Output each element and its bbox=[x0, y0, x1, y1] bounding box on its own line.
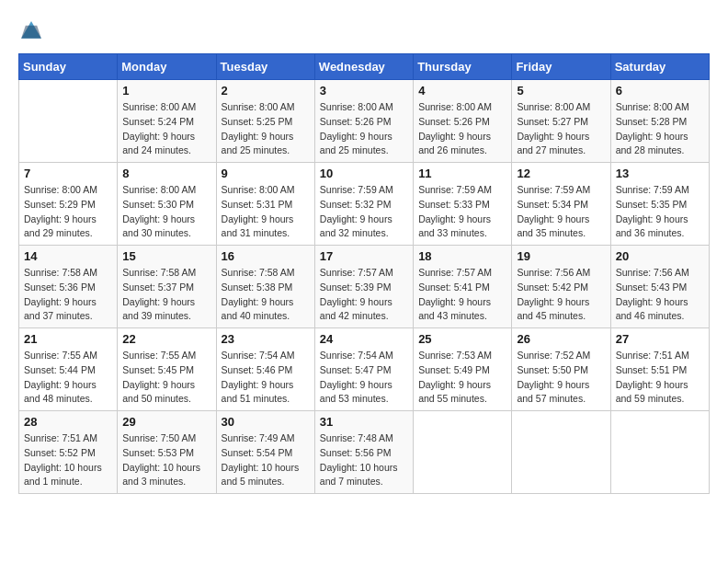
calendar-cell: 30Sunrise: 7:49 AMSunset: 5:54 PMDayligh… bbox=[216, 411, 314, 494]
day-number: 27 bbox=[616, 332, 704, 346]
calendar-cell: 19Sunrise: 7:56 AMSunset: 5:42 PMDayligh… bbox=[512, 246, 610, 328]
calendar-cell: 18Sunrise: 7:57 AMSunset: 5:41 PMDayligh… bbox=[414, 246, 512, 328]
calendar-cell bbox=[19, 80, 118, 163]
day-detail: Sunrise: 8:00 AMSunset: 5:26 PMDaylight:… bbox=[418, 100, 506, 158]
day-detail: Sunrise: 7:58 AMSunset: 5:37 PMDaylight:… bbox=[122, 266, 210, 324]
day-detail: Sunrise: 8:00 AMSunset: 5:25 PMDaylight:… bbox=[222, 100, 310, 158]
calendar-cell: 25Sunrise: 7:53 AMSunset: 5:49 PMDayligh… bbox=[414, 328, 512, 411]
day-number: 13 bbox=[616, 167, 704, 180]
calendar-cell: 1Sunrise: 8:00 AMSunset: 5:24 PMDaylight… bbox=[118, 80, 216, 163]
calendar-week-row: 1Sunrise: 8:00 AMSunset: 5:24 PMDaylight… bbox=[19, 80, 710, 163]
weekday-header-monday: Monday bbox=[118, 54, 216, 80]
calendar-cell: 20Sunrise: 7:56 AMSunset: 5:43 PMDayligh… bbox=[610, 246, 709, 328]
day-number: 19 bbox=[517, 249, 605, 263]
day-number: 20 bbox=[616, 249, 704, 263]
day-number: 2 bbox=[222, 84, 310, 98]
day-detail: Sunrise: 7:51 AMSunset: 5:51 PMDaylight:… bbox=[616, 349, 704, 407]
day-detail: Sunrise: 7:57 AMSunset: 5:39 PMDaylight:… bbox=[320, 266, 408, 324]
day-detail: Sunrise: 7:59 AMSunset: 5:33 PMDaylight:… bbox=[418, 183, 506, 241]
day-detail: Sunrise: 8:00 AMSunset: 5:26 PMDaylight:… bbox=[320, 100, 408, 158]
day-number: 14 bbox=[24, 249, 112, 263]
day-detail: Sunrise: 7:51 AMSunset: 5:52 PMDaylight:… bbox=[24, 431, 112, 489]
day-detail: Sunrise: 7:53 AMSunset: 5:49 PMDaylight:… bbox=[418, 349, 506, 407]
calendar-cell: 11Sunrise: 7:59 AMSunset: 5:33 PMDayligh… bbox=[414, 163, 512, 246]
day-detail: Sunrise: 7:55 AMSunset: 5:44 PMDaylight:… bbox=[24, 349, 112, 407]
calendar-cell: 23Sunrise: 7:54 AMSunset: 5:46 PMDayligh… bbox=[216, 328, 314, 411]
calendar-cell: 3Sunrise: 8:00 AMSunset: 5:26 PMDaylight… bbox=[314, 80, 413, 163]
weekday-header-row: SundayMondayTuesdayWednesdayThursdayFrid… bbox=[19, 54, 710, 80]
day-number: 3 bbox=[320, 84, 408, 98]
calendar-week-row: 7Sunrise: 8:00 AMSunset: 5:29 PMDaylight… bbox=[19, 163, 710, 246]
day-detail: Sunrise: 8:00 AMSunset: 5:24 PMDaylight:… bbox=[122, 100, 210, 158]
calendar-cell: 28Sunrise: 7:51 AMSunset: 5:52 PMDayligh… bbox=[19, 411, 118, 494]
calendar-week-row: 28Sunrise: 7:51 AMSunset: 5:52 PMDayligh… bbox=[19, 411, 710, 494]
day-detail: Sunrise: 7:59 AMSunset: 5:32 PMDaylight:… bbox=[320, 183, 408, 241]
logo bbox=[18, 18, 48, 44]
calendar-cell: 27Sunrise: 7:51 AMSunset: 5:51 PMDayligh… bbox=[610, 328, 709, 411]
day-number: 30 bbox=[222, 415, 310, 429]
calendar-cell: 29Sunrise: 7:50 AMSunset: 5:53 PMDayligh… bbox=[118, 411, 216, 494]
day-detail: Sunrise: 8:00 AMSunset: 5:27 PMDaylight:… bbox=[517, 100, 605, 158]
weekday-header-thursday: Thursday bbox=[414, 54, 512, 80]
calendar-cell: 10Sunrise: 7:59 AMSunset: 5:32 PMDayligh… bbox=[314, 163, 413, 246]
day-number: 22 bbox=[122, 332, 210, 346]
calendar-cell: 21Sunrise: 7:55 AMSunset: 5:44 PMDayligh… bbox=[19, 328, 118, 411]
page-header bbox=[18, 18, 710, 44]
calendar-week-row: 21Sunrise: 7:55 AMSunset: 5:44 PMDayligh… bbox=[19, 328, 710, 411]
day-detail: Sunrise: 8:00 AMSunset: 5:31 PMDaylight:… bbox=[222, 183, 310, 241]
calendar-cell: 8Sunrise: 8:00 AMSunset: 5:30 PMDaylight… bbox=[118, 163, 216, 246]
day-number: 23 bbox=[222, 332, 310, 346]
day-number: 31 bbox=[320, 415, 408, 429]
day-number: 10 bbox=[320, 167, 408, 180]
day-detail: Sunrise: 7:56 AMSunset: 5:43 PMDaylight:… bbox=[616, 266, 704, 324]
day-detail: Sunrise: 7:58 AMSunset: 5:38 PMDaylight:… bbox=[222, 266, 310, 324]
day-number: 16 bbox=[222, 249, 310, 263]
day-detail: Sunrise: 8:00 AMSunset: 5:30 PMDaylight:… bbox=[122, 183, 210, 241]
day-detail: Sunrise: 7:56 AMSunset: 5:42 PMDaylight:… bbox=[517, 266, 605, 324]
day-detail: Sunrise: 7:59 AMSunset: 5:35 PMDaylight:… bbox=[616, 183, 704, 241]
calendar-cell bbox=[414, 411, 512, 494]
day-number: 17 bbox=[320, 249, 408, 263]
day-number: 1 bbox=[122, 84, 210, 98]
calendar-cell bbox=[512, 411, 610, 494]
calendar-cell: 17Sunrise: 7:57 AMSunset: 5:39 PMDayligh… bbox=[314, 246, 413, 328]
day-number: 6 bbox=[616, 84, 704, 98]
day-number: 4 bbox=[418, 84, 506, 98]
calendar-cell: 24Sunrise: 7:54 AMSunset: 5:47 PMDayligh… bbox=[314, 328, 413, 411]
day-number: 15 bbox=[122, 249, 210, 263]
calendar-cell: 16Sunrise: 7:58 AMSunset: 5:38 PMDayligh… bbox=[216, 246, 314, 328]
calendar-cell: 7Sunrise: 8:00 AMSunset: 5:29 PMDaylight… bbox=[19, 163, 118, 246]
day-number: 8 bbox=[122, 167, 210, 180]
day-number: 24 bbox=[320, 332, 408, 346]
weekday-header-sunday: Sunday bbox=[19, 54, 118, 80]
day-number: 18 bbox=[418, 249, 506, 263]
day-detail: Sunrise: 7:49 AMSunset: 5:54 PMDaylight:… bbox=[222, 431, 310, 489]
calendar-cell: 4Sunrise: 8:00 AMSunset: 5:26 PMDaylight… bbox=[414, 80, 512, 163]
weekday-header-wednesday: Wednesday bbox=[314, 54, 413, 80]
calendar-cell: 2Sunrise: 8:00 AMSunset: 5:25 PMDaylight… bbox=[216, 80, 314, 163]
calendar-table: SundayMondayTuesdayWednesdayThursdayFrid… bbox=[18, 53, 710, 494]
day-number: 11 bbox=[418, 167, 506, 180]
day-detail: Sunrise: 8:00 AMSunset: 5:28 PMDaylight:… bbox=[616, 100, 704, 158]
day-detail: Sunrise: 7:52 AMSunset: 5:50 PMDaylight:… bbox=[517, 349, 605, 407]
day-detail: Sunrise: 7:58 AMSunset: 5:36 PMDaylight:… bbox=[24, 266, 112, 324]
calendar-cell: 26Sunrise: 7:52 AMSunset: 5:50 PMDayligh… bbox=[512, 328, 610, 411]
day-number: 5 bbox=[517, 84, 605, 98]
day-number: 7 bbox=[24, 167, 112, 180]
weekday-header-friday: Friday bbox=[512, 54, 610, 80]
day-detail: Sunrise: 7:57 AMSunset: 5:41 PMDaylight:… bbox=[418, 266, 506, 324]
day-number: 12 bbox=[517, 167, 605, 180]
day-detail: Sunrise: 7:55 AMSunset: 5:45 PMDaylight:… bbox=[122, 349, 210, 407]
calendar-week-row: 14Sunrise: 7:58 AMSunset: 5:36 PMDayligh… bbox=[19, 246, 710, 328]
day-detail: Sunrise: 7:48 AMSunset: 5:56 PMDaylight:… bbox=[320, 431, 408, 489]
calendar-cell: 5Sunrise: 8:00 AMSunset: 5:27 PMDaylight… bbox=[512, 80, 610, 163]
calendar-body: 1Sunrise: 8:00 AMSunset: 5:24 PMDaylight… bbox=[19, 80, 710, 494]
calendar-cell: 9Sunrise: 8:00 AMSunset: 5:31 PMDaylight… bbox=[216, 163, 314, 246]
day-detail: Sunrise: 7:50 AMSunset: 5:53 PMDaylight:… bbox=[122, 431, 210, 489]
calendar-cell: 14Sunrise: 7:58 AMSunset: 5:36 PMDayligh… bbox=[19, 246, 118, 328]
weekday-header-saturday: Saturday bbox=[610, 54, 709, 80]
day-number: 29 bbox=[122, 415, 210, 429]
calendar-cell: 13Sunrise: 7:59 AMSunset: 5:35 PMDayligh… bbox=[610, 163, 709, 246]
calendar-cell: 22Sunrise: 7:55 AMSunset: 5:45 PMDayligh… bbox=[118, 328, 216, 411]
day-detail: Sunrise: 7:59 AMSunset: 5:34 PMDaylight:… bbox=[517, 183, 605, 241]
